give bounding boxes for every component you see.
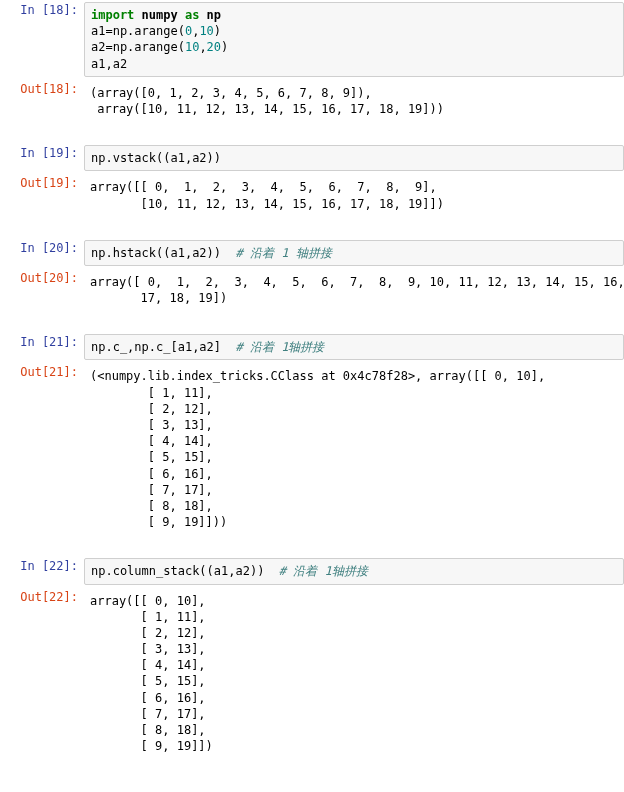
input-cell-18: In [18]: import numpy as np a1=np.arange… bbox=[0, 0, 624, 79]
output-cell-21: Out[21]: (<numpy.lib.index_tricks.CClass… bbox=[0, 362, 624, 540]
code-content: np.column_stack((a1,a2)) # 沿着 1轴拼接 bbox=[91, 563, 617, 579]
output-area: (<numpy.lib.index_tricks.CClass at 0x4c7… bbox=[84, 364, 624, 538]
output-text: array([[ 0, 1, 2, 3, 4, 5, 6, 7, 8, 9], … bbox=[90, 179, 618, 211]
out-prompt: Out[21]: bbox=[0, 364, 84, 380]
code-content: np.hstack((a1,a2)) # 沿着 1 轴拼接 bbox=[91, 245, 617, 261]
input-cell-21: In [21]: np.c_,np.c_[a1,a2] # 沿着 1轴拼接 bbox=[0, 332, 624, 362]
output-text: array([ 0, 1, 2, 3, 4, 5, 6, 7, 8, 9, 10… bbox=[90, 274, 618, 306]
input-cell-19: In [19]: np.vstack((a1,a2)) bbox=[0, 143, 624, 173]
out-prompt: Out[19]: bbox=[0, 175, 84, 191]
output-area: array([[ 0, 1, 2, 3, 4, 5, 6, 7, 8, 9], … bbox=[84, 175, 624, 219]
code-input-area[interactable]: np.c_,np.c_[a1,a2] # 沿着 1轴拼接 bbox=[84, 334, 624, 360]
code-input-area[interactable]: np.column_stack((a1,a2)) # 沿着 1轴拼接 bbox=[84, 558, 624, 584]
out-prompt: Out[18]: bbox=[0, 81, 84, 97]
output-area: (array([0, 1, 2, 3, 4, 5, 6, 7, 8, 9]), … bbox=[84, 81, 624, 125]
in-prompt: In [18]: bbox=[0, 2, 84, 18]
in-prompt: In [22]: bbox=[0, 558, 84, 574]
input-cell-20: In [20]: np.hstack((a1,a2)) # 沿着 1 轴拼接 bbox=[0, 238, 624, 268]
output-cell-20: Out[20]: array([ 0, 1, 2, 3, 4, 5, 6, 7,… bbox=[0, 268, 624, 316]
code-input-area[interactable]: import numpy as np a1=np.arange(0,10) a2… bbox=[84, 2, 624, 77]
code-input-area[interactable]: np.hstack((a1,a2)) # 沿着 1 轴拼接 bbox=[84, 240, 624, 266]
code-content: import numpy as np a1=np.arange(0,10) a2… bbox=[91, 7, 617, 72]
out-prompt: Out[20]: bbox=[0, 270, 84, 286]
output-area: array([[ 0, 10], [ 1, 11], [ 2, 12], [ 3… bbox=[84, 589, 624, 763]
output-text: array([[ 0, 10], [ 1, 11], [ 2, 12], [ 3… bbox=[90, 593, 618, 755]
code-input-area[interactable]: np.vstack((a1,a2)) bbox=[84, 145, 624, 171]
output-text: (array([0, 1, 2, 3, 4, 5, 6, 7, 8, 9]), … bbox=[90, 85, 618, 117]
in-prompt: In [21]: bbox=[0, 334, 84, 350]
output-cell-19: Out[19]: array([[ 0, 1, 2, 3, 4, 5, 6, 7… bbox=[0, 173, 624, 221]
out-prompt: Out[22]: bbox=[0, 589, 84, 605]
code-content: np.vstack((a1,a2)) bbox=[91, 150, 617, 166]
in-prompt: In [19]: bbox=[0, 145, 84, 161]
input-cell-22: In [22]: np.column_stack((a1,a2)) # 沿着 1… bbox=[0, 556, 624, 586]
in-prompt: In [20]: bbox=[0, 240, 84, 256]
output-cell-22: Out[22]: array([[ 0, 10], [ 1, 11], [ 2,… bbox=[0, 587, 624, 765]
output-text: (<numpy.lib.index_tricks.CClass at 0x4c7… bbox=[90, 368, 618, 530]
output-cell-18: Out[18]: (array([0, 1, 2, 3, 4, 5, 6, 7,… bbox=[0, 79, 624, 127]
output-area: array([ 0, 1, 2, 3, 4, 5, 6, 7, 8, 9, 10… bbox=[84, 270, 624, 314]
code-content: np.c_,np.c_[a1,a2] # 沿着 1轴拼接 bbox=[91, 339, 617, 355]
